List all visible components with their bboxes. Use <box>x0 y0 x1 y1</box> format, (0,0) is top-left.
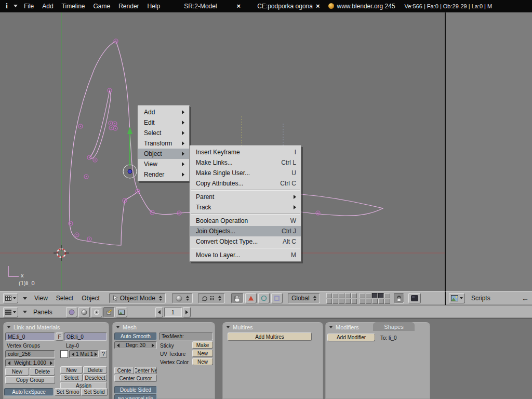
topbar-menu-file[interactable]: File <box>24 3 34 10</box>
scripts-editor-type-button[interactable] <box>449 293 465 303</box>
panel-header-mesh[interactable]: Mesh <box>112 322 215 331</box>
panel-collapse-icon[interactable] <box>7 326 10 328</box>
menu-item-parent[interactable]: Parent <box>190 192 301 202</box>
viewport-menu-object[interactable]: Object <box>82 295 100 302</box>
double-sided-toggle[interactable]: Double Sided <box>114 386 157 394</box>
menu-item-edit[interactable]: Edit <box>138 117 189 128</box>
menu-item-object[interactable]: Object <box>138 149 189 159</box>
vgroup-delete-button[interactable]: Delete <box>30 368 55 376</box>
stepper-left-icon[interactable] <box>117 343 119 348</box>
autotexspace-toggle[interactable]: AutoTexSpace <box>4 388 54 396</box>
set-solid-button[interactable]: Set Solid <box>81 388 108 396</box>
viewport-menu-select[interactable]: Select <box>56 295 73 302</box>
menu-item-convert-object-type[interactable]: Convert Object Type...Alt C <box>190 236 301 247</box>
add-modifier-button[interactable]: Add Modifier <box>327 334 375 341</box>
viewport-menu-view[interactable]: View <box>34 295 48 302</box>
deselect-button[interactable]: Deselect <box>83 374 107 381</box>
texmesh-field[interactable]: TexMesh: <box>159 332 213 340</box>
info-window-icon[interactable]: i <box>4 2 10 10</box>
layer-button-11[interactable] <box>360 293 365 298</box>
topbar-menu-render[interactable]: Render <box>118 3 139 10</box>
mesh-name-field[interactable]: ME:li_0 <box>5 332 55 341</box>
topbar-collapse-icon[interactable] <box>14 5 18 7</box>
manipulator-rotate-button[interactable] <box>258 293 270 303</box>
screen-close-icon[interactable]: × <box>237 2 241 10</box>
layer-button-6[interactable] <box>326 299 332 304</box>
layer-button-10[interactable] <box>351 299 357 304</box>
frame-next-button[interactable] <box>183 307 191 317</box>
topbar-menu-add[interactable]: Add <box>42 3 53 10</box>
object-name-field[interactable]: OB:li_0 <box>64 332 107 341</box>
copy-group-button[interactable]: Copy Group <box>5 376 55 384</box>
material-index-field[interactable]: 1 Mat 1 <box>69 350 99 358</box>
stepper-right-icon[interactable] <box>50 361 52 365</box>
layer-button-16[interactable] <box>360 299 365 304</box>
layer-button-9[interactable] <box>345 299 351 304</box>
menu-item-render[interactable]: Render <box>138 169 189 180</box>
scene-selector[interactable]: CE:podporka ogona <box>257 3 313 10</box>
menu-item-make-single-user[interactable]: Make Single User...U <box>190 168 301 178</box>
pivot-dropdown[interactable] <box>198 293 225 303</box>
panel-collapse-icon[interactable] <box>227 326 230 328</box>
stepper-right-icon[interactable] <box>95 352 97 356</box>
layer-button-17[interactable] <box>366 299 371 304</box>
object-context-button[interactable] <box>91 307 102 317</box>
material-color-swatch[interactable] <box>60 350 68 358</box>
auto-smooth-toggle[interactable]: Auto Smooth <box>114 332 157 340</box>
screen-selector[interactable]: SR:2-Model <box>184 3 217 10</box>
layer-button-2[interactable] <box>332 293 338 298</box>
editor-type-button[interactable] <box>3 293 18 303</box>
topbar-menu-game[interactable]: Game <box>94 3 111 10</box>
scripts-window[interactable] <box>445 12 532 291</box>
shading-context-button[interactable] <box>78 307 90 317</box>
layer-button-8[interactable] <box>339 299 344 304</box>
frame-number-field[interactable]: 1 <box>164 308 182 317</box>
fake-user-button[interactable]: F <box>56 332 63 341</box>
header-collapse-icon[interactable] <box>23 311 27 313</box>
add-multires-button[interactable]: Add Multires <box>228 332 312 341</box>
frame-prev-button[interactable] <box>155 307 163 317</box>
layer-button-15[interactable] <box>384 293 390 298</box>
centre-new-button[interactable]: Center Ne <box>135 367 157 374</box>
menu-item-join-objects[interactable]: Join Objects...Ctrl J <box>190 226 301 236</box>
draw-type-dropdown[interactable] <box>172 293 193 303</box>
editing-context-button[interactable] <box>103 307 115 317</box>
layer-button-7[interactable] <box>332 299 338 304</box>
menu-item-view[interactable]: View <box>138 159 189 169</box>
no-vnormal-flip-toggle[interactable]: No V.Normal Flip <box>114 394 157 399</box>
menu-item-add[interactable]: Add <box>138 107 189 117</box>
menu-item-transform[interactable]: Transform <box>138 138 189 149</box>
scene-close-icon[interactable]: × <box>316 2 320 10</box>
centre-cursor-button[interactable]: Center Cursor <box>114 375 157 382</box>
vertex-color-new-button[interactable]: New <box>192 358 213 365</box>
manipulator-toggle-button[interactable] <box>231 293 244 303</box>
centre-button[interactable]: Cente <box>114 367 134 374</box>
menu-item-select[interactable]: Select <box>138 128 189 138</box>
material-query-button[interactable]: ? <box>100 350 107 358</box>
layer-button-4[interactable] <box>345 293 351 298</box>
set-smooth-button[interactable]: Set Smoo <box>55 388 81 396</box>
layer-button-12[interactable] <box>366 293 371 298</box>
material-delete-button[interactable]: Delete <box>83 366 107 374</box>
sticky-make-button[interactable]: Make <box>192 341 213 349</box>
logic-context-button[interactable] <box>66 307 77 317</box>
vgroup-new-button[interactable]: New <box>5 368 29 376</box>
shapes-tab[interactable]: Shapes <box>373 322 415 331</box>
layer-button-13[interactable] <box>372 293 378 298</box>
select-button[interactable]: Select <box>60 374 83 381</box>
buttons-editor-type-button[interactable] <box>3 307 18 317</box>
layer-button-14[interactable] <box>378 293 384 298</box>
topbar-menu-help[interactable]: Help <box>148 3 161 10</box>
render-preview-button[interactable] <box>408 293 421 303</box>
layer-button-3[interactable] <box>339 293 344 298</box>
topbar-menu-timeline[interactable]: Timeline <box>62 3 85 10</box>
menu-item-move-to-layer[interactable]: Move to Layer...M <box>190 250 301 260</box>
layer-button-1[interactable] <box>326 293 332 298</box>
material-new-button[interactable]: New <box>60 366 83 374</box>
layer-button-19[interactable] <box>378 299 384 304</box>
layer-button-18[interactable] <box>372 299 378 304</box>
menu-item-boolean-operation[interactable]: Boolean OperationW <box>190 216 301 226</box>
panel-collapse-icon[interactable] <box>116 326 119 328</box>
vertex-group-name-field[interactable]: color_256 <box>5 350 55 358</box>
layer-button-5[interactable] <box>351 293 357 298</box>
